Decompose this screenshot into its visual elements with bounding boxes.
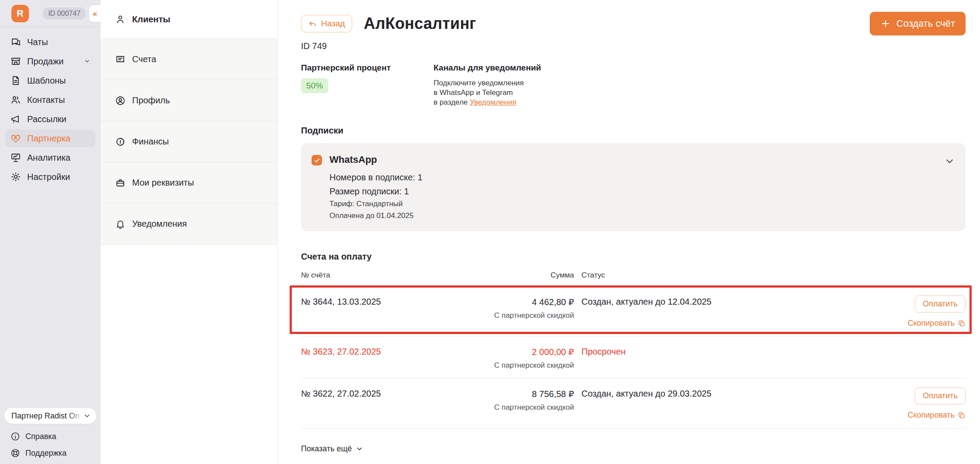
invoice-number[interactable]: № 3623, 27.02.2025	[301, 347, 445, 357]
subscription-tariff: Тариф: Стандартный	[329, 200, 423, 208]
notifications-link[interactable]: Уведомления	[470, 98, 516, 106]
column-header-status: Статус	[574, 271, 828, 280]
invoice-status: Создан, актуален до 12.04.2025	[574, 297, 828, 307]
invoice-number[interactable]: № 3622, 27.02.2025	[301, 389, 445, 399]
sidebar-item-label: Продажи	[27, 56, 64, 67]
pay-button[interactable]: Оплатить	[915, 387, 966, 404]
primary-sidebar: R ID 000747 « Чаты Продажи Шаблоны Конта…	[0, 0, 101, 464]
support-link[interactable]: Поддержка	[10, 448, 96, 458]
heart-handshake-icon	[10, 133, 21, 144]
show-more-button[interactable]: Показать ещё	[301, 444, 966, 453]
notify-channels-line2: в WhatsApp и Telegram	[434, 88, 541, 98]
partner-percent-badge: 50%	[301, 78, 328, 93]
sidebar-item-label: Аналитика	[27, 153, 70, 163]
invoice-number[interactable]: № 3644, 13.03.2025	[301, 297, 445, 307]
account-select[interactable]: Партнер Radist On	[4, 408, 96, 424]
subnav-item-label: Профиль	[132, 95, 170, 105]
subnav-header-label: Клиенты	[132, 14, 170, 25]
show-more-label: Показать ещё	[301, 444, 352, 453]
briefcase-icon	[115, 178, 126, 188]
subscription-name: WhatsApp	[329, 154, 423, 165]
lifebuoy-icon	[10, 448, 20, 458]
invoices-table-body: № 3644, 13.03.2025 4 462,80 ₽ С партнерс…	[301, 287, 966, 429]
invoice-status: Просрочен	[574, 347, 828, 357]
chevron-down-icon	[356, 445, 363, 453]
create-invoice-button[interactable]: Создать счёт	[870, 12, 966, 35]
invoice-row-3622: № 3622, 27.02.2025 8 756,58 ₽ С партнерс…	[301, 379, 966, 429]
notify-channels-label: Каналы для уведомлений	[434, 63, 541, 73]
app-logo[interactable]: R	[11, 5, 29, 22]
contacts-icon	[10, 95, 21, 105]
copy-invoice-link[interactable]: Скопировать	[907, 411, 966, 420]
invoice-sum-note: С партнерской скидкой	[445, 361, 574, 370]
chevron-down-icon	[944, 156, 955, 167]
sidebar-bottom: Партнер Radist On Справка Поддержка	[0, 408, 101, 464]
expand-subscription-button[interactable]	[944, 156, 955, 167]
profile-icon	[115, 95, 126, 106]
copy-icon	[958, 411, 966, 419]
document-icon	[10, 75, 21, 86]
subscriptions-title: Подписки	[301, 126, 966, 136]
column-header-number: № счёта	[301, 271, 445, 280]
subnav-item-invoices[interactable]: Счета	[101, 39, 277, 80]
notify-channels-line3-prefix: в разделе	[434, 98, 470, 106]
back-button[interactable]: Назад	[301, 15, 352, 32]
sidebar-header: R ID 000747 «	[0, 0, 101, 27]
column-header-sum: Сумма	[445, 271, 574, 280]
whatsapp-checkbox[interactable]	[312, 155, 322, 165]
workspace-id-badge: ID 000747	[43, 7, 86, 20]
store-icon	[10, 56, 21, 67]
notify-channels-line3: в разделе Уведомления	[434, 98, 541, 107]
subscription-card-whatsapp: WhatsApp Номеров в подписке: 1 Размер по…	[301, 143, 966, 231]
subnav-items: Счета Профиль Финансы Мои реквизиты Увед…	[101, 39, 277, 245]
person-icon	[115, 14, 126, 25]
copy-invoice-label: Скопировать	[907, 319, 955, 328]
copy-invoice-link[interactable]: Скопировать	[907, 319, 966, 328]
check-icon	[314, 157, 320, 164]
help-link[interactable]: Справка	[10, 432, 96, 441]
account-select-label: Партнер Radist On	[11, 411, 83, 421]
main-content: Назад АлКонсалтинг Создать счёт ID 749 П…	[278, 0, 980, 464]
notify-channels-text: Подключите уведомления в WhatsApp и Tele…	[434, 78, 541, 107]
sidebar-item-broadcasts[interactable]: Рассылки	[5, 110, 95, 128]
sidebar-item-sales[interactable]: Продажи	[5, 53, 95, 70]
client-subnav: Клиенты Счета Профиль Финансы Мои реквиз…	[101, 0, 278, 464]
sidebar-item-label: Контакты	[27, 95, 65, 105]
receipt-icon	[115, 54, 126, 65]
subnav-item-label: Счета	[132, 54, 156, 64]
support-label: Поддержка	[25, 449, 66, 458]
subnav-item-label: Уведомления	[132, 219, 187, 229]
subnav-item-label: Финансы	[132, 137, 169, 147]
sidebar-item-label: Шаблоны	[27, 76, 66, 86]
subnav-item-finance[interactable]: Финансы	[101, 121, 277, 162]
subscription-numbers: Номеров в подписке: 1	[329, 172, 423, 183]
pay-button[interactable]: Оплатить	[915, 295, 966, 313]
sidebar-item-partnership[interactable]: Партнерка	[5, 130, 95, 147]
copy-invoice-label: Скопировать	[907, 411, 955, 420]
plus-icon	[880, 18, 891, 29]
collapse-sidebar-button[interactable]: «	[89, 5, 101, 22]
sidebar-item-label: Чаты	[27, 37, 48, 47]
subnav-item-label: Мои реквизиты	[132, 178, 194, 188]
create-invoice-label: Создать счёт	[896, 18, 955, 29]
gear-icon	[10, 172, 21, 182]
sidebar-item-analytics[interactable]: Аналитика	[5, 149, 95, 166]
subscription-details: WhatsApp Номеров в подписке: 1 Размер по…	[329, 154, 423, 220]
caret-down-icon[interactable]	[84, 58, 90, 64]
sidebar-item-settings[interactable]: Настройки	[5, 168, 95, 186]
invoice-sum-note: С партнерской скидкой	[445, 403, 574, 412]
invoice-row-3623: № 3623, 27.02.2025 2 000,00 ₽ С партнерс…	[301, 337, 966, 379]
subnav-item-requisites[interactable]: Мои реквизиты	[101, 162, 277, 204]
subnav-header-clients[interactable]: Клиенты	[101, 0, 277, 39]
invoice-sum: 8 756,58 ₽	[445, 389, 574, 399]
subnav-item-profile[interactable]: Профиль	[101, 80, 277, 121]
sidebar-item-chats[interactable]: Чаты	[5, 33, 95, 51]
sidebar-item-templates[interactable]: Шаблоны	[5, 72, 95, 89]
sidebar-item-contacts[interactable]: Контакты	[5, 91, 95, 109]
client-info-row: Партнерский процент 50% Каналы для уведо…	[301, 63, 966, 107]
partner-percent-label: Партнерский процент	[301, 63, 434, 73]
subnav-item-notifications[interactable]: Уведомления	[101, 204, 277, 245]
megaphone-icon	[10, 114, 21, 124]
invoice-sum: 2 000,00 ₽	[445, 347, 574, 357]
chevron-down-icon	[83, 412, 91, 420]
